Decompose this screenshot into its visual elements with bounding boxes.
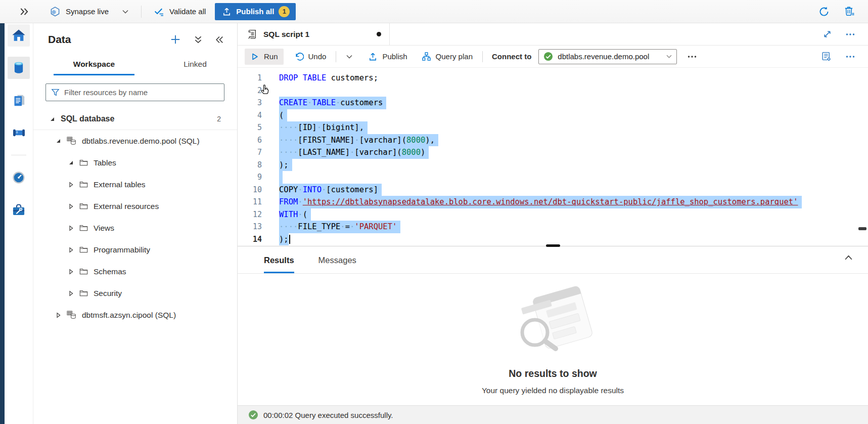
results-panel: Results Messages	[238, 246, 868, 424]
tree-item-tables[interactable]: Tables	[33, 152, 237, 174]
line-content: DROP TABLE customers;	[279, 72, 378, 84]
code-line-13[interactable]: 13····FILE_TYPE·=·'PARQUET'	[238, 221, 868, 233]
sql-code-editor[interactable]: 1DROP TABLE customers;23CREATE·TABLE·cus…	[238, 68, 868, 246]
tab-sql-script-1[interactable]: SQL script 1	[238, 23, 390, 45]
twisty-collapsed-icon[interactable]	[67, 269, 74, 275]
run-play-icon	[250, 52, 259, 61]
database-icon	[12, 61, 26, 75]
code-line-4[interactable]: 4(	[238, 109, 868, 122]
scrollbar-mark[interactable]	[858, 227, 866, 230]
data-panel-tabs: Workspace Linked	[33, 56, 237, 75]
expand-editor-button[interactable]	[823, 30, 832, 38]
undo-button[interactable]: Undo	[289, 48, 332, 65]
discard-all-button[interactable]	[843, 5, 856, 18]
tree-item-label: dbtlabs.revenue.demo.pool (SQL)	[82, 137, 200, 146]
tree-item-label: Programmability	[94, 245, 150, 255]
connect-to-pool-select[interactable]: dbtlabs.revenue.demo.pool	[538, 49, 677, 64]
empty-results-subtitle: Your query yielded no displayable result…	[482, 386, 624, 395]
twisty-collapsed-icon[interactable]	[67, 182, 74, 188]
twisty-collapsed-icon[interactable]	[55, 312, 62, 318]
code-line-1[interactable]: 1DROP TABLE customers;	[238, 72, 868, 84]
editor-more-options-button[interactable]	[846, 55, 855, 58]
code-line-12[interactable]: 12WITH·(	[238, 208, 868, 221]
tab-messages[interactable]: Messages	[318, 256, 356, 273]
folder-icon	[79, 246, 88, 253]
pipeline-icon	[12, 125, 26, 140]
tree-item-external-resources[interactable]: External resources	[33, 195, 237, 217]
code-line-3[interactable]: 3CREATE·TABLE·customers	[238, 97, 868, 109]
properties-button[interactable]	[821, 51, 832, 62]
trash-icon	[843, 5, 856, 18]
tree-item-security[interactable]: Security	[33, 282, 237, 304]
tree-item-dbtlabs-revenue-demo-pool-sql[interactable]: dbtlabs.revenue.demo.pool (SQL)	[33, 130, 237, 152]
tree-item-programmability[interactable]: Programmability	[33, 239, 237, 261]
run-button[interactable]: Run	[245, 49, 284, 65]
line-content	[279, 171, 283, 184]
twisty-expanded-icon[interactable]	[49, 116, 56, 122]
tab-more-options-button[interactable]	[846, 33, 855, 36]
add-resource-button[interactable]	[170, 34, 181, 45]
rail-item-integrate[interactable]	[8, 121, 30, 144]
panel-resize-grip[interactable]	[546, 244, 560, 247]
collapse-results-button[interactable]	[844, 255, 853, 261]
collapse-panel-button[interactable]	[215, 36, 224, 44]
publish-button[interactable]: Publish	[362, 48, 413, 65]
publish-all-label: Publish all	[236, 7, 274, 16]
query-plan-button[interactable]: Query plan	[416, 48, 478, 65]
filter-resources-input[interactable]	[64, 88, 219, 97]
selection-highlight: COPY·INTO·[customers]	[279, 184, 382, 196]
tree-item-external-tables[interactable]: External tables	[33, 174, 237, 195]
rail-item-develop[interactable]	[8, 89, 30, 111]
tree-item-dbtmsft-azsyn-cipool-sql[interactable]: dbtmsft.azsyn.cipool (SQL)	[33, 304, 237, 326]
publish-all-button[interactable]: Publish all 1	[215, 3, 296, 20]
folder-icon	[79, 268, 88, 275]
code-line-11[interactable]: 11FROM·'https://dbtlabsynapsedatalake.bl…	[238, 196, 868, 208]
chevron-down-icon	[346, 54, 353, 59]
tab-results[interactable]: Results	[264, 256, 294, 273]
twisty-collapsed-icon[interactable]	[67, 203, 74, 209]
rail-item-manage[interactable]	[8, 199, 30, 221]
undo-redo-dropdown-button[interactable]	[340, 51, 358, 63]
connect-to-label: Connect to	[492, 52, 531, 61]
tree-item-views[interactable]: Views	[33, 217, 237, 239]
mode-dropdown-chevron-icon[interactable]	[122, 9, 129, 14]
toolbar-separator	[336, 51, 336, 62]
code-line-5[interactable]: 5····[ID]·[bigint],	[238, 121, 868, 134]
tree-item-sql-database[interactable]: SQL database2	[33, 108, 237, 130]
rail-item-data[interactable]	[8, 57, 30, 79]
rail-item-home[interactable]	[8, 24, 30, 47]
twisty-collapsed-icon[interactable]	[67, 247, 74, 253]
home-icon	[12, 28, 26, 43]
code-line-7[interactable]: 7····[LAST_NAME]·[varchar](8000)	[238, 146, 868, 159]
tab-linked[interactable]: Linked	[155, 56, 236, 75]
rail-item-monitor[interactable]	[8, 166, 30, 189]
twisty-collapsed-icon[interactable]	[67, 290, 74, 296]
tab-workspace[interactable]: Workspace	[54, 56, 134, 75]
expand-panel-button[interactable]	[19, 7, 29, 16]
twisty-collapsed-icon[interactable]	[67, 225, 74, 231]
query-status-bar: 00:00:02 Query executed successfully.	[238, 405, 868, 424]
collapse-all-button[interactable]	[194, 35, 202, 44]
mode-selector[interactable]: Synapse live	[50, 6, 129, 17]
line-content: ····[LAST_NAME]·[varchar](8000)	[279, 146, 429, 159]
line-content: );	[279, 233, 290, 246]
line-number: 11	[238, 196, 262, 208]
twisty-expanded-icon[interactable]	[55, 138, 62, 144]
line-content: );	[279, 159, 292, 172]
document-icon	[12, 94, 26, 107]
double-chevron-right-icon	[19, 7, 29, 16]
validate-all-button[interactable]: Validate all	[154, 7, 206, 17]
selection-highlight: WITH·(	[279, 208, 311, 221]
code-line-8[interactable]: 8);	[238, 159, 868, 172]
toolbar-more-button[interactable]	[682, 52, 702, 62]
code-line-6[interactable]: 6····[FIRST_NAME]·[varchar](8000),	[238, 134, 868, 147]
code-line-10[interactable]: 10COPY·INTO·[customers]	[238, 184, 868, 196]
twisty-expanded-icon[interactable]	[67, 160, 74, 165]
refresh-button[interactable]	[818, 6, 830, 18]
tree-item-schemas[interactable]: Schemas	[33, 261, 237, 282]
connected-pool-name: dbtlabs.revenue.demo.pool	[558, 52, 661, 61]
code-line-9[interactable]: 9	[238, 171, 868, 184]
tree-item-label: Tables	[94, 158, 116, 167]
code-line-2[interactable]: 2	[238, 84, 868, 97]
code-line-14[interactable]: 14);	[238, 233, 868, 246]
